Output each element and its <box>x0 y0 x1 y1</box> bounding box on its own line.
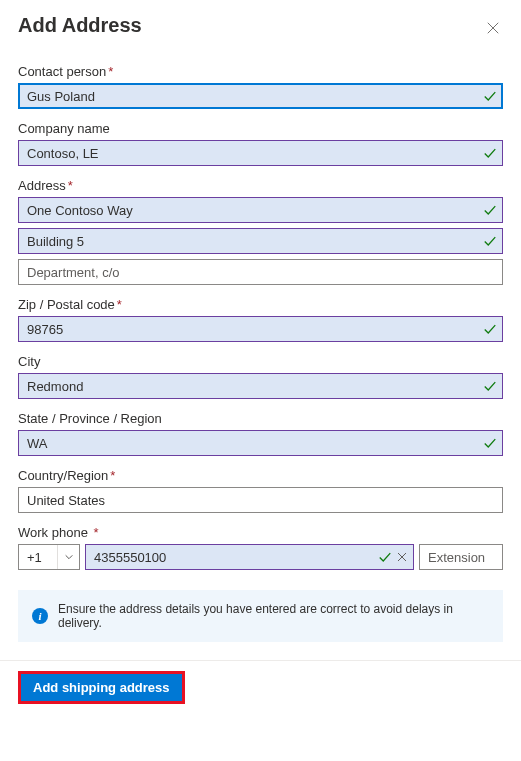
add-shipping-address-button[interactable]: Add shipping address <box>21 674 182 701</box>
state-input[interactable] <box>18 430 503 456</box>
address-line2-input[interactable] <box>18 228 503 254</box>
extension-input[interactable] <box>419 544 503 570</box>
country-label: Country/Region* <box>18 468 503 483</box>
chevron-down-icon <box>57 545 79 569</box>
country-code-select[interactable]: +1 <box>18 544 80 570</box>
city-input[interactable] <box>18 373 503 399</box>
close-button[interactable] <box>483 18 503 38</box>
info-icon: i <box>32 608 48 624</box>
company-label: Company name <box>18 121 503 136</box>
company-name-input[interactable] <box>18 140 503 166</box>
state-label: State / Province / Region <box>18 411 503 426</box>
address-line1-input[interactable] <box>18 197 503 223</box>
zip-input[interactable] <box>18 316 503 342</box>
phone-label: Work phone * <box>18 525 503 540</box>
zip-label: Zip / Postal code* <box>18 297 503 312</box>
info-text: Ensure the address details you have ente… <box>58 602 489 630</box>
panel-title: Add Address <box>18 14 142 37</box>
country-input[interactable] <box>18 487 503 513</box>
contact-person-input[interactable] <box>18 83 503 109</box>
country-code-value: +1 <box>19 550 57 565</box>
close-icon <box>486 21 500 35</box>
phone-number-input[interactable] <box>85 544 414 570</box>
clear-icon[interactable] <box>396 551 408 563</box>
address-label: Address* <box>18 178 503 193</box>
highlight-box: Add shipping address <box>18 671 185 704</box>
info-banner: i Ensure the address details you have en… <box>18 590 503 642</box>
address-line3-input[interactable] <box>18 259 503 285</box>
contact-label: Contact person* <box>18 64 503 79</box>
city-label: City <box>18 354 503 369</box>
